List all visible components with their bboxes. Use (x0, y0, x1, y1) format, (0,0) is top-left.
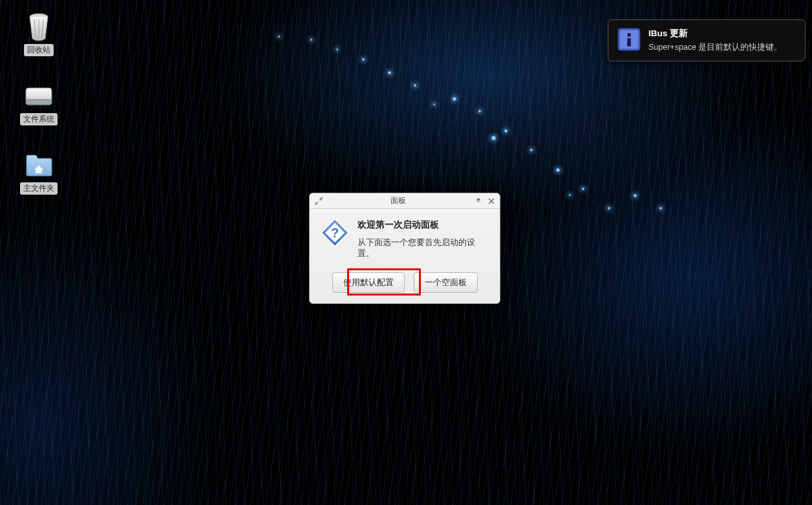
svg-point-6 (48, 102, 50, 103)
dialog-titlebar[interactable]: 面板 (310, 193, 500, 209)
desktop-icons-area: 回收站 文件系统 (19, 13, 58, 195)
drive-icon (25, 82, 53, 111)
trash-icon (25, 13, 53, 41)
dialog-button-row: 使用默认配置 一个空面板 (310, 266, 500, 303)
desktop-icon-label: 文件系统 (20, 113, 58, 125)
settings-icon (314, 196, 324, 206)
empty-panel-button[interactable]: 一个空面板 (414, 272, 478, 293)
panel-first-run-dialog: 面板 ? 欢迎第一次启动面板 从下面选一个您要首先启 (309, 193, 500, 304)
use-default-config-button[interactable]: 使用默认配置 (332, 272, 405, 293)
desktop-icon-filesystem[interactable]: 文件系统 (19, 82, 58, 125)
desktop-icon-home[interactable]: 主文件夹 (19, 151, 58, 195)
ibus-update-notification[interactable]: IBus 更新 Super+space 是目前默认的快捷键。 (608, 19, 806, 61)
notification-title: IBus 更新 (648, 28, 782, 39)
home-folder-icon (25, 151, 53, 180)
minimize-icon[interactable] (474, 197, 483, 206)
desktop-icon-label: 回收站 (24, 44, 54, 56)
svg-rect-14 (627, 38, 631, 47)
svg-point-7 (315, 202, 317, 205)
dialog-title: 面板 (326, 195, 470, 206)
notification-body: Super+space 是目前默认的快捷键。 (648, 42, 782, 53)
dialog-body: ? 欢迎第一次启动面板 从下面选一个您要首先启动的设置。 (310, 209, 500, 266)
question-icon: ? (321, 219, 348, 246)
dialog-message: 从下面选一个您要首先启动的设置。 (358, 237, 488, 259)
desktop-icon-trash[interactable]: 回收站 (19, 13, 58, 56)
svg-text:?: ? (331, 226, 339, 240)
svg-point-13 (627, 33, 631, 37)
dialog-heading: 欢迎第一次启动面板 (358, 219, 488, 231)
close-icon[interactable] (487, 197, 496, 206)
info-icon (617, 28, 641, 51)
desktop-icon-label: 主文件夹 (20, 182, 58, 195)
